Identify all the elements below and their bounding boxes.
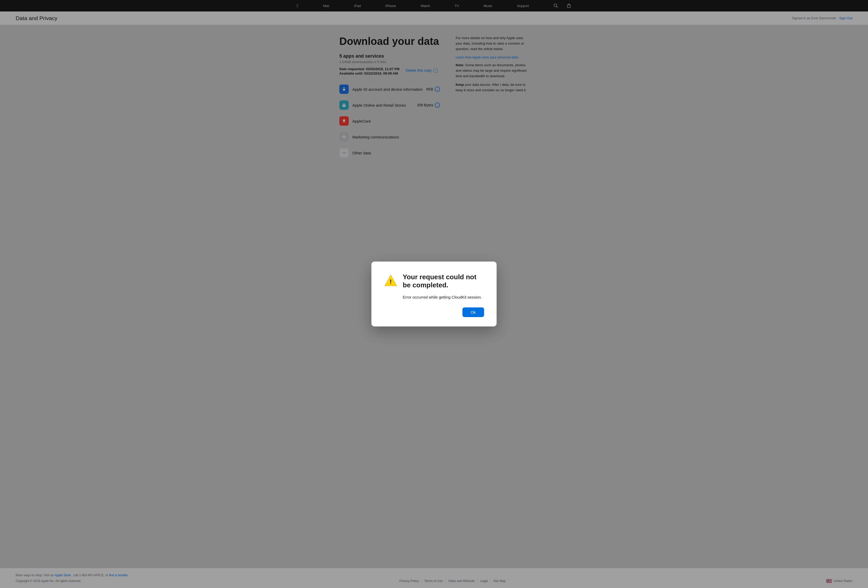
modal-body: Error occurred while getting CloudKit se… xyxy=(384,295,484,301)
warning-icon: ! xyxy=(384,274,397,287)
modal-overlay: ! Your request could not be completed. E… xyxy=(0,0,868,588)
error-modal: ! Your request could not be completed. E… xyxy=(371,262,497,327)
modal-footer: Ok xyxy=(384,307,484,317)
modal-title: Your request could not be completed. xyxy=(403,273,484,289)
modal-header: ! Your request could not be completed. xyxy=(384,273,484,289)
svg-text:!: ! xyxy=(390,278,392,285)
ok-button[interactable]: Ok xyxy=(462,307,484,317)
